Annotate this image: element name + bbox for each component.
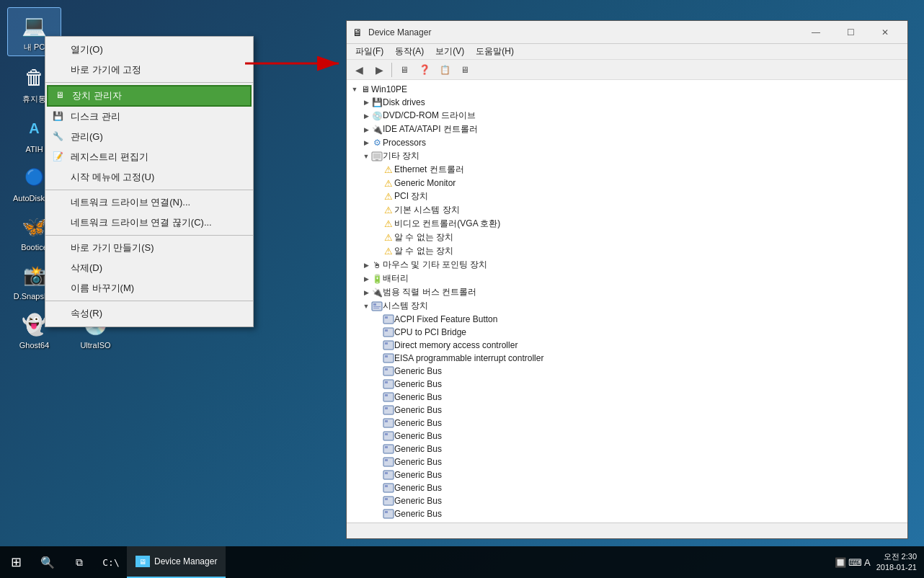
- tree-item-gbus-12[interactable]: Generic Bus: [347, 507, 907, 520]
- menu-action[interactable]: 동작(A): [389, 44, 430, 59]
- start-button[interactable]: ⊞: [0, 546, 32, 578]
- tree-item-system-devices[interactable]: ▼ 시스템 장치: [347, 299, 907, 313]
- my-pc-label: 내 PC: [24, 42, 45, 53]
- ctx-properties[interactable]: 속성(R): [45, 303, 253, 324]
- menu-file[interactable]: 파일(F): [350, 44, 389, 59]
- ctx-manage[interactable]: 🔧 관리(G): [45, 127, 253, 147]
- svg-rect-10: [385, 316, 388, 319]
- tree-item-gbus-4[interactable]: Generic Bus: [347, 404, 907, 417]
- ctx-device-manager-icon: 🖥: [55, 90, 67, 102]
- tree-item-gbus-8[interactable]: Generic Bus: [347, 455, 907, 468]
- pci-icon: ⚠: [383, 191, 394, 203]
- tree-item-vga[interactable]: ⚠ 비디오 컨트롤러(VGA 호환): [347, 217, 907, 231]
- tree-item-dma[interactable]: Direct memory access controller: [347, 339, 907, 352]
- tree-item-disk-drives[interactable]: ▶ 💾 Disk drives: [347, 96, 907, 109]
- ctx-disk-manage[interactable]: 💾 디스크 관리: [45, 107, 253, 127]
- toolbar-computer[interactable]: 🖥: [395, 61, 414, 79]
- other-toggle[interactable]: ▼: [361, 151, 371, 161]
- tree-item-gbus-3[interactable]: Generic Bus: [347, 391, 907, 404]
- tree-item-unknown2[interactable]: ⚠ 알 수 없는 장치: [347, 244, 907, 258]
- system-tray-icons: 🔲 ⌨ A: [835, 557, 871, 568]
- minimize-button[interactable]: —: [799, 21, 832, 44]
- tree-item-processors[interactable]: ▶ ⚙ Processors: [347, 136, 907, 149]
- usb-toggle[interactable]: ▶: [361, 288, 371, 298]
- toolbar-back[interactable]: ◀: [350, 61, 368, 79]
- svg-rect-32: [385, 459, 388, 461]
- svg-rect-26: [385, 420, 388, 422]
- ide-toggle[interactable]: ▶: [361, 125, 371, 135]
- tree-item-gbus-5[interactable]: Generic Bus: [347, 417, 907, 430]
- tree-item-pci[interactable]: ⚠ PCI 장치: [347, 190, 907, 203]
- dvd-toggle[interactable]: ▶: [361, 111, 371, 121]
- gbus8-icon: [383, 456, 394, 468]
- taskbar-app-device-manager[interactable]: 🖥 Device Manager: [127, 546, 226, 578]
- tree-item-gbus-10[interactable]: Generic Bus: [347, 481, 907, 494]
- tree-item-dvd[interactable]: ▶ 💿 DVD/CD-ROM 드라이브: [347, 109, 907, 123]
- ctx-create-shortcut[interactable]: 바로 가기 만들기(S): [45, 238, 253, 258]
- sys-toggle[interactable]: ▼: [361, 301, 371, 311]
- tree-item-gbus-6[interactable]: Generic Bus: [347, 430, 907, 443]
- toolbar-monitor[interactable]: 🖥: [456, 61, 474, 79]
- toolbar-help[interactable]: ❓: [415, 61, 434, 79]
- ctx-start-pin[interactable]: 시작 메뉴에 고정(U): [45, 167, 253, 187]
- tree-item-generic-monitor[interactable]: ⚠ Generic Monitor: [347, 177, 907, 190]
- tree-item-usb[interactable]: ▶ 🔌 범용 직렬 버스 컨트롤러: [347, 285, 907, 299]
- disk-toggle[interactable]: ▶: [361, 97, 371, 107]
- ctx-rename[interactable]: 이름 바꾸기(M): [45, 278, 253, 298]
- ctx-disconnect-drive[interactable]: 네트워크 드라이브 연결 끊기(C)...: [45, 213, 253, 233]
- tree-item-other-devices[interactable]: ▼ 기타 장치: [347, 149, 907, 163]
- ctx-pin-quick[interactable]: 바로 가기에 고정: [45, 60, 253, 80]
- gbus12-icon: [383, 508, 394, 520]
- unk2-icon: ⚠: [383, 246, 394, 257]
- bat-toggle[interactable]: ▶: [361, 274, 371, 284]
- gbus5-icon: [383, 417, 394, 429]
- ctx-device-manager[interactable]: 🖥 장치 관리자: [47, 85, 252, 107]
- tree-item-ide[interactable]: ▶ 🔌 IDE ATA/ATAPI 컨트롤러: [347, 123, 907, 136]
- tree-item-battery[interactable]: ▶ 🔋 배터리: [347, 272, 907, 285]
- taskbar-cmd[interactable]: C:\: [95, 546, 127, 578]
- window-controls: — ☐ ✕: [799, 21, 902, 44]
- tree-item-gbus-1[interactable]: Generic Bus: [347, 365, 907, 378]
- unk1-icon: ⚠: [383, 232, 394, 244]
- tree-item-ethernet[interactable]: ⚠ Ethernet 컨트롤러: [347, 163, 907, 177]
- ctx-map-drive[interactable]: 네트워크 드라이브 연결(N)...: [45, 192, 253, 213]
- gmon-spacer: [373, 178, 383, 188]
- tree-item-gbus-7[interactable]: Generic Bus: [347, 443, 907, 455]
- tree-item-cpu-pci[interactable]: CPU to PCI Bridge: [347, 326, 907, 339]
- svg-rect-37: [383, 497, 394, 505]
- ctx-sep4: [45, 301, 253, 301]
- taskbar-task-view[interactable]: ⧉: [63, 546, 95, 578]
- tree-item-gbus-11[interactable]: Generic Bus: [347, 494, 907, 507]
- proc-toggle[interactable]: ▶: [361, 138, 371, 148]
- tree-root[interactable]: ▼ 🖥 Win10PE: [347, 83, 907, 96]
- root-toggle[interactable]: ▼: [350, 84, 360, 94]
- close-button[interactable]: ✕: [869, 21, 902, 44]
- toolbar-forward[interactable]: ▶: [370, 61, 388, 79]
- ctx-open[interactable]: 열기(O): [45, 40, 253, 60]
- tree-item-base-sys[interactable]: ⚠ 기본 시스템 장치: [347, 203, 907, 217]
- tree-item-unknown1[interactable]: ⚠ 알 수 없는 장치: [347, 231, 907, 244]
- ctx-delete[interactable]: 삭제(D): [45, 258, 253, 278]
- titlebar-title: Device Manager: [368, 27, 799, 37]
- svg-rect-34: [385, 472, 388, 474]
- tree-item-acpi[interactable]: ACPI Fixed Feature Button: [347, 313, 907, 326]
- bat-icon: 🔋: [371, 273, 383, 285]
- svg-rect-18: [385, 368, 388, 370]
- tree-content[interactable]: ▼ 🖥 Win10PE ▶ 💾 Disk drives ▶ 💿 DVD/CD-R…: [347, 80, 907, 523]
- mouse-toggle[interactable]: ▶: [361, 260, 371, 270]
- maximize-button[interactable]: ☐: [834, 21, 867, 44]
- svg-rect-3: [373, 154, 381, 159]
- ctx-registry[interactable]: 📝 레지스트리 편집기: [45, 147, 253, 167]
- tree-item-mouse[interactable]: ▶ 🖱 마우스 및 기타 포인팅 장치: [347, 258, 907, 272]
- gmon-icon: ⚠: [383, 177, 394, 189]
- taskbar-search[interactable]: 🔍: [32, 546, 63, 578]
- menu-help[interactable]: 도움말(H): [470, 44, 520, 59]
- tree-item-eisa[interactable]: EISA programmable interrupt controller: [347, 352, 907, 365]
- tree-item-gbus-2[interactable]: Generic Bus: [347, 378, 907, 391]
- ctx-sep1: [45, 82, 253, 83]
- tree-item-gbus-9[interactable]: Generic Bus: [347, 468, 907, 481]
- gbus10-icon: [383, 482, 394, 494]
- menu-view[interactable]: 보기(V): [430, 44, 470, 59]
- toolbar-properties[interactable]: 📋: [435, 61, 454, 79]
- sys-icon: [371, 301, 383, 312]
